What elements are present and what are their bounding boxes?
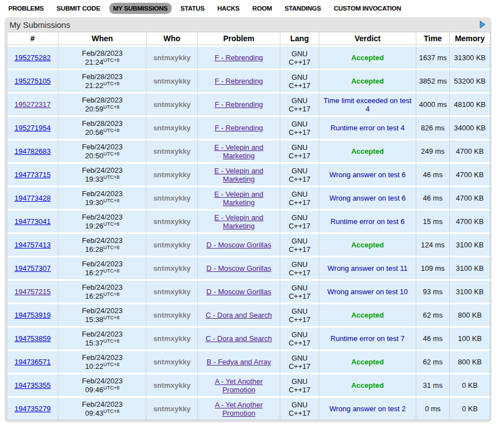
nav-item-standings[interactable]: STANDINGS xyxy=(281,3,325,14)
nav-item-status[interactable]: STATUS xyxy=(177,3,208,14)
nav-item-my-submissions[interactable]: MY SUBMISSIONS xyxy=(109,3,172,14)
memory-used: 34000 KB xyxy=(450,115,490,139)
problem-link[interactable]: E - Velepin and Marketing xyxy=(214,143,263,160)
column-header: Memory xyxy=(450,32,490,45)
submission-id-link[interactable]: 194753859 xyxy=(14,334,51,343)
cell-problem: C - Dora and Search xyxy=(198,303,280,326)
memory-used: 53200 KB xyxy=(450,69,490,92)
submission-id-link[interactable]: 194753919 xyxy=(14,311,51,319)
problem-link[interactable]: F - Rebrending xyxy=(215,100,263,109)
panel-title: My Submissions xyxy=(9,20,70,30)
submission-date: Feb/24/2023 xyxy=(61,143,143,152)
cell-problem: D - Moscow Gorillas xyxy=(198,232,280,256)
cell-lang: GNU C++17 xyxy=(280,45,319,69)
submitter-handle[interactable]: sntmxykky xyxy=(153,381,191,389)
memory-used: 4700 KB xyxy=(450,209,490,232)
submission-id-link[interactable]: 194757413 xyxy=(14,241,51,249)
submitter-handle[interactable]: sntmxykky xyxy=(153,194,191,202)
submission-id-link[interactable]: 194735355 xyxy=(14,381,51,389)
submission-id-link[interactable]: 194736571 xyxy=(14,358,51,366)
execution-time: 46 ms xyxy=(416,162,450,186)
submission-id-link[interactable]: 195271954 xyxy=(14,124,51,132)
cell-when: Feb/24/2023 09:46UTC+8 xyxy=(59,373,147,396)
memory-used: 48100 KB xyxy=(450,92,490,115)
cell-who: sntmxykky xyxy=(147,303,198,326)
problem-link[interactable]: D - Moscow Gorillas xyxy=(206,264,271,272)
verdict-text: Accepted xyxy=(351,311,384,319)
cell-verdict: Accepted xyxy=(319,69,416,92)
problem-link[interactable]: B - Fedya and Array xyxy=(207,358,271,366)
submission-timezone: UTC+8 xyxy=(103,127,119,133)
cell-id: 194735279 xyxy=(7,396,59,420)
submission-timezone: UTC+8 xyxy=(103,104,119,109)
submission-id-link[interactable]: 194757307 xyxy=(14,264,51,272)
problem-link[interactable]: F - Rebrending xyxy=(215,53,263,62)
submission-time: 16:28 xyxy=(85,245,104,254)
cell-when: Feb/28/2023 20:56UTC+8 xyxy=(59,115,147,139)
verdict-text: Accepted xyxy=(351,77,384,85)
submitter-handle[interactable]: sntmxykky xyxy=(153,405,191,413)
problem-link[interactable]: C - Dora and Search xyxy=(206,334,272,343)
problem-link[interactable]: A - Yet Another Promotion xyxy=(215,401,262,417)
cell-problem: F - Rebrending xyxy=(198,115,280,139)
submission-timezone: UTC+8 xyxy=(103,244,119,250)
submitter-handle[interactable]: sntmxykky xyxy=(153,171,191,179)
nav-item-custom-invocation[interactable]: CUSTOM INVOCATION xyxy=(330,3,405,14)
nav-item-room[interactable]: ROOM xyxy=(249,3,276,14)
cell-problem: D - Moscow Gorillas xyxy=(198,256,280,279)
submitter-handle[interactable]: sntmxykky xyxy=(153,147,191,155)
nav-item-hacks[interactable]: HACKS xyxy=(213,3,244,14)
submitter-handle[interactable]: sntmxykky xyxy=(153,53,191,62)
submission-timezone: UTC+8 xyxy=(103,197,119,203)
submitter-handle[interactable]: sntmxykky xyxy=(153,264,191,272)
problem-link[interactable]: D - Moscow Gorillas xyxy=(206,241,271,249)
submitter-handle[interactable]: sntmxykky xyxy=(153,124,191,132)
submission-timezone: UTC+8 xyxy=(103,384,119,390)
cell-problem: E - Velepin and Marketing xyxy=(198,209,280,232)
submission-id-link[interactable]: 194773715 xyxy=(14,171,51,179)
submission-date: Feb/28/2023 xyxy=(61,96,143,105)
submission-row: 194735279 Feb/24/2023 09:43UTC+8 sntmxyk… xyxy=(7,396,490,420)
submission-row: 194757413 Feb/24/2023 16:28UTC+8 sntmxyk… xyxy=(7,232,490,256)
submission-id-link[interactable]: 194757215 xyxy=(14,288,51,296)
nav-item-problems[interactable]: PROBLEMS xyxy=(4,3,48,14)
submission-id-link[interactable]: 195275282 xyxy=(14,53,51,62)
submitter-handle[interactable]: sntmxykky xyxy=(153,217,191,226)
submission-row: 195275105 Feb/28/2023 21:22UTC+8 sntmxyk… xyxy=(7,69,490,92)
problem-link[interactable]: D - Moscow Gorillas xyxy=(206,288,271,296)
submission-id-link[interactable]: 194773041 xyxy=(14,217,51,226)
cell-id: 194757307 xyxy=(7,256,59,279)
submission-id-link[interactable]: 195275105 xyxy=(14,77,51,85)
problem-link[interactable]: F - Rebrending xyxy=(215,124,263,132)
column-header: Verdict xyxy=(319,32,416,45)
submitter-handle[interactable]: sntmxykky xyxy=(153,311,191,319)
submitter-handle[interactable]: sntmxykky xyxy=(153,358,191,366)
problem-link[interactable]: F - Rebrending xyxy=(215,77,263,85)
submitter-handle[interactable]: sntmxykky xyxy=(153,100,191,109)
submitter-handle[interactable]: sntmxykky xyxy=(153,241,191,249)
submitter-handle[interactable]: sntmxykky xyxy=(153,77,191,85)
submission-date: Feb/24/2023 xyxy=(61,260,143,269)
cell-id: 194773428 xyxy=(7,186,59,209)
problem-link[interactable]: C - Dora and Search xyxy=(206,311,272,319)
nav-item-submit-code[interactable]: SUBMIT CODE xyxy=(53,3,104,14)
submission-id-link[interactable]: 194773428 xyxy=(14,194,51,202)
submitter-handle[interactable]: sntmxykky xyxy=(153,334,191,343)
submission-date: Feb/24/2023 xyxy=(61,377,143,386)
submitter-handle[interactable]: sntmxykky xyxy=(153,288,191,296)
cell-id: 194773041 xyxy=(7,209,59,232)
problem-link[interactable]: E - Velepin and Marketing xyxy=(214,213,263,230)
submission-id-link[interactable]: 194782683 xyxy=(14,147,51,155)
submission-id-link[interactable]: 194735279 xyxy=(14,405,51,413)
submission-id-link[interactable]: 195272317 xyxy=(14,100,51,109)
submission-date: Feb/28/2023 xyxy=(61,119,143,128)
cell-who: sntmxykky xyxy=(147,162,198,186)
submission-date: Feb/24/2023 xyxy=(61,330,143,339)
execution-time: 109 ms xyxy=(416,256,450,279)
problem-link[interactable]: E - Velepin and Marketing xyxy=(214,167,263,183)
execution-time: 93 ms xyxy=(416,279,450,303)
expand-arrow-icon[interactable] xyxy=(480,21,487,28)
problem-link[interactable]: A - Yet Another Promotion xyxy=(215,377,262,394)
problem-link[interactable]: E - Velepin and Marketing xyxy=(214,190,263,207)
submission-timezone: UTC+8 xyxy=(103,408,119,413)
